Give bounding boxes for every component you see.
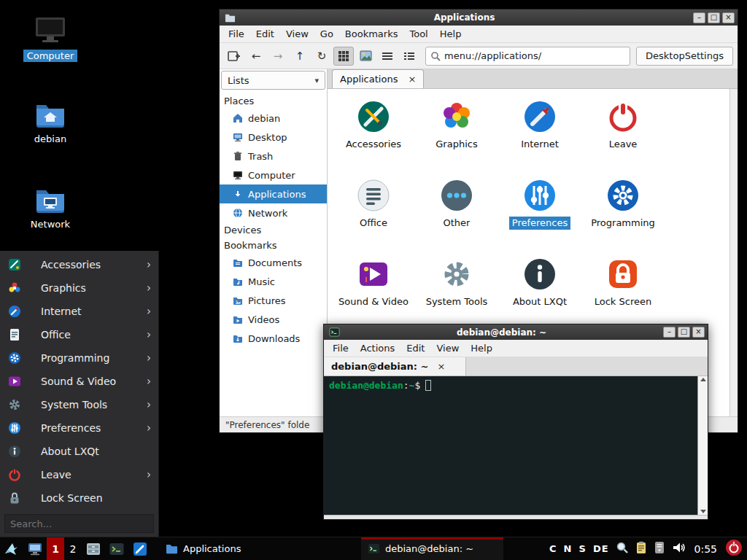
- sidebar-item-videos[interactable]: Videos: [220, 310, 327, 329]
- menu-tool[interactable]: Tool: [403, 26, 433, 42]
- quicklaunch-terminal[interactable]: [105, 537, 128, 560]
- minimize-button[interactable]: –: [663, 327, 676, 338]
- tab-close-icon[interactable]: ×: [408, 74, 416, 85]
- app-accessories[interactable]: Accessories: [332, 99, 415, 178]
- maximize-button[interactable]: □: [708, 12, 720, 23]
- taskbar-task-applications[interactable]: Applications: [159, 537, 301, 560]
- terminal-scrollbar[interactable]: [697, 376, 708, 515]
- sidebar-item-applications[interactable]: Applications: [220, 184, 327, 203]
- close-button[interactable]: ×: [722, 12, 735, 23]
- app-preferences[interactable]: Preferences: [498, 178, 581, 257]
- start-menu-search[interactable]: [4, 514, 154, 533]
- sidebar-item-computer[interactable]: Computer: [220, 166, 327, 184]
- start-menu-item-lock-screen[interactable]: Lock Screen: [0, 486, 158, 510]
- tray-magnifier-icon[interactable]: [616, 541, 629, 556]
- refresh-button[interactable]: ↻: [311, 47, 332, 66]
- start-menu-item-system-tools[interactable]: System Tools ›: [0, 393, 158, 416]
- menu-edit[interactable]: Edit: [250, 26, 280, 42]
- show-desktop-button[interactable]: [23, 537, 47, 560]
- app-internet[interactable]: Internet: [498, 99, 581, 178]
- terminal-titlebar[interactable]: debian@debian: ~ – □ ×: [324, 324, 708, 340]
- start-menu-item-sound-video[interactable]: Sound & Video ›: [0, 370, 158, 393]
- menu-edit[interactable]: Edit: [400, 341, 430, 356]
- start-menu-item-about-lxqt[interactable]: About LXQt: [0, 440, 158, 463]
- workspace-1-button[interactable]: 1: [47, 537, 64, 560]
- sidebar-item-documents[interactable]: Documents: [220, 253, 327, 272]
- tray-clipboard-icon[interactable]: [635, 541, 647, 556]
- start-menu-item-accessories[interactable]: Accessories ›: [0, 253, 158, 276]
- accessories-icon: [7, 257, 22, 272]
- tab-applications[interactable]: Applications ×: [332, 69, 424, 88]
- minimize-button[interactable]: –: [693, 12, 705, 23]
- menu-actions[interactable]: Actions: [355, 341, 401, 356]
- detailed-view-button[interactable]: [399, 47, 419, 66]
- sidebar-item-pictures[interactable]: Pictures: [220, 291, 327, 310]
- sidebar-item-music[interactable]: Music: [220, 272, 327, 291]
- menu-bookmarks[interactable]: Bookmarks: [339, 26, 404, 42]
- start-menu-button[interactable]: [0, 537, 23, 560]
- workspace-2-button[interactable]: 2: [64, 537, 82, 560]
- desktop-icon-computer[interactable]: Computer: [15, 16, 85, 62]
- up-button[interactable]: ↑: [290, 47, 310, 66]
- power-button[interactable]: [725, 539, 743, 559]
- app-office[interactable]: Office: [332, 178, 415, 257]
- app-other[interactable]: Other: [415, 178, 498, 257]
- terminal-tab[interactable]: debian@debian: ~ ×: [324, 357, 466, 376]
- back-button[interactable]: ←: [246, 47, 266, 66]
- menu-view[interactable]: View: [280, 26, 314, 42]
- desktop-icon-home[interactable]: debian: [15, 101, 85, 145]
- app-graphics[interactable]: Graphics: [415, 99, 498, 178]
- scroll-down-icon[interactable]: [700, 510, 706, 513]
- search-input[interactable]: [4, 514, 154, 533]
- menu-view[interactable]: View: [430, 341, 465, 356]
- office-icon: [356, 178, 391, 213]
- terminal-resize-edge[interactable]: [324, 515, 708, 519]
- compact-view-button[interactable]: [377, 47, 398, 66]
- menu-file[interactable]: File: [222, 26, 250, 42]
- tray-updates-icon[interactable]: [654, 541, 665, 556]
- menu-go[interactable]: Go: [314, 26, 339, 42]
- close-button[interactable]: ×: [692, 327, 705, 338]
- fm-scrollbar[interactable]: [729, 89, 738, 416]
- desktop-icon-network[interactable]: Network: [15, 186, 85, 230]
- sidebar-item-network[interactable]: Network: [220, 203, 327, 222]
- taskbar: 1 2 Applications debian@debian: ~ C N S …: [0, 537, 747, 560]
- start-menu-item-programming[interactable]: Programming ›: [0, 346, 158, 370]
- desktop-settings-button[interactable]: DesktopSettings: [636, 47, 733, 66]
- maximize-button[interactable]: □: [678, 327, 690, 338]
- sidebar-item-desktop[interactable]: Desktop: [220, 128, 327, 147]
- taskbar-task-terminal[interactable]: debian@debian: ~: [361, 537, 503, 560]
- leave-icon: [605, 99, 640, 134]
- fm-titlebar[interactable]: Applications – □ ×: [220, 9, 738, 26]
- start-menu-item-leave[interactable]: Leave ›: [0, 463, 158, 486]
- sidebar-item-trash[interactable]: Trash: [220, 147, 327, 166]
- forward-button[interactable]: →: [268, 47, 288, 66]
- app-programming[interactable]: Programming: [581, 178, 665, 257]
- start-menu-item-office[interactable]: Office ›: [0, 323, 158, 346]
- terminal-body[interactable]: debian@debian:~$: [324, 376, 708, 515]
- clock[interactable]: 0:55: [694, 543, 717, 555]
- menu-help[interactable]: Help: [465, 341, 498, 356]
- thumbnail-view-button[interactable]: [355, 47, 376, 66]
- terminal-cursor: [425, 380, 431, 391]
- start-menu-item-graphics[interactable]: Graphics ›: [0, 276, 158, 300]
- menu-file[interactable]: File: [327, 341, 355, 356]
- tab-close-icon[interactable]: ×: [437, 361, 445, 372]
- address-bar[interactable]: menu://applications/: [425, 47, 630, 66]
- start-menu-item-preferences[interactable]: Preferences ›: [0, 416, 158, 440]
- start-menu-item-internet[interactable]: Internet ›: [0, 300, 158, 323]
- sidebar-item-home[interactable]: debian: [220, 109, 327, 128]
- menu-help[interactable]: Help: [434, 26, 468, 42]
- icon-view-button[interactable]: [333, 47, 354, 66]
- volume-icon[interactable]: [672, 541, 686, 556]
- sidebar-item-downloads[interactable]: Downloads: [220, 329, 327, 348]
- scroll-up-icon[interactable]: [700, 378, 706, 381]
- new-tab-button[interactable]: [224, 47, 244, 66]
- lists-dropdown[interactable]: Lists ▾: [221, 71, 325, 90]
- app-leave[interactable]: Leave: [581, 99, 665, 178]
- keyboard-layout-indicator[interactable]: DE: [593, 543, 609, 554]
- fm-toolbar: ← → ↑ ↻ menu://applications/ DesktopSett…: [220, 43, 738, 69]
- quicklaunch-text-editor[interactable]: [128, 537, 152, 560]
- quicklaunch-file-archiver[interactable]: [82, 537, 105, 560]
- submenu-arrow-icon: ›: [147, 468, 151, 481]
